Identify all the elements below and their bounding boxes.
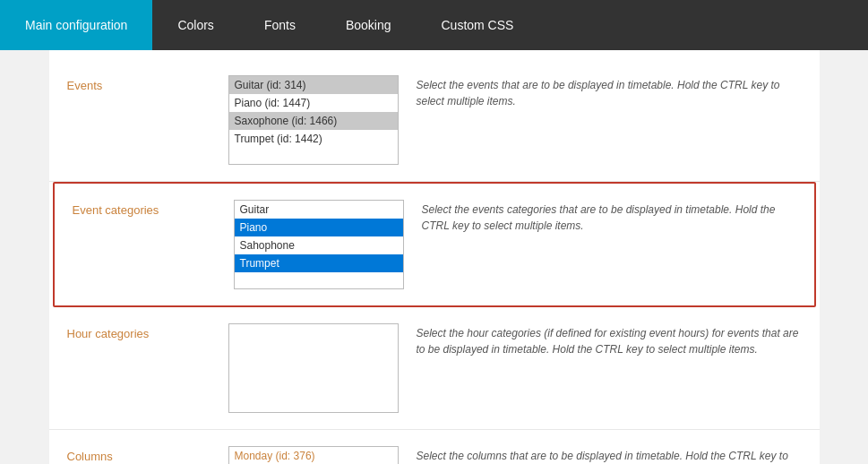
list-item[interactable]: Trumpet	[235, 254, 403, 272]
nav-item-fonts[interactable]: Fonts	[239, 0, 321, 50]
row-control-hour-categories	[228, 323, 399, 413]
nav-item-colors[interactable]: Colors	[152, 0, 238, 50]
nav-item-custom-css[interactable]: Custom CSS	[416, 0, 538, 50]
row-control-event-categories: GuitarPianoSahophoneTrumpet	[234, 200, 404, 289]
listbox-event-categories[interactable]: GuitarPianoSahophoneTrumpet	[234, 200, 404, 289]
config-row-event-categories: Event categoriesGuitarPianoSahophoneTrum…	[53, 182, 816, 307]
row-desc-events: Select the events that are to be display…	[417, 75, 802, 109]
row-desc-hour-categories: Select the hour categories (if defined f…	[417, 323, 802, 357]
row-label-events: Events	[67, 75, 211, 92]
row-desc-columns: Select the columns that are to be displa…	[417, 446, 802, 464]
list-item[interactable]: Guitar (id: 314)	[229, 76, 398, 94]
config-row-hour-categories: Hour categoriesSelect the hour categorie…	[49, 307, 820, 430]
row-desc-event-categories: Select the events categories that are to…	[422, 200, 796, 234]
listbox-hour-categories[interactable]	[228, 323, 399, 413]
navigation: Main configurationColorsFontsBookingCust…	[0, 0, 868, 50]
nav-item-main-configuration[interactable]: Main configuration	[0, 0, 152, 50]
list-item[interactable]: Piano (id: 1447)	[229, 94, 398, 112]
list-item[interactable]: Saxophone (id: 1466)	[229, 112, 398, 130]
list-item[interactable]: Piano	[235, 219, 403, 236]
nav-item-booking[interactable]: Booking	[321, 0, 417, 50]
row-control-events: Guitar (id: 314)Piano (id: 1447)Saxophon…	[228, 75, 399, 165]
list-item[interactable]: Monday (id: 376)	[229, 447, 398, 464]
config-row-events: EventsGuitar (id: 314)Piano (id: 1447)Sa…	[49, 59, 820, 182]
listbox-events[interactable]: Guitar (id: 314)Piano (id: 1447)Saxophon…	[228, 75, 399, 165]
listbox-columns[interactable]: Monday (id: 376)Tuesday (id: 377)Wednesd…	[228, 446, 399, 464]
list-item[interactable]: Trumpet (id: 1442)	[229, 130, 398, 148]
row-label-hour-categories: Hour categories	[67, 323, 211, 340]
config-row-columns: ColumnsMonday (id: 376)Tuesday (id: 377)…	[49, 430, 820, 464]
main-content: EventsGuitar (id: 314)Piano (id: 1447)Sa…	[49, 50, 820, 464]
list-item[interactable]: Sahophone	[235, 236, 403, 254]
row-label-event-categories: Event categories	[73, 200, 216, 217]
row-control-columns: Monday (id: 376)Tuesday (id: 377)Wednesd…	[228, 446, 399, 464]
list-item[interactable]: Guitar	[235, 201, 403, 219]
row-label-columns: Columns	[67, 446, 211, 463]
